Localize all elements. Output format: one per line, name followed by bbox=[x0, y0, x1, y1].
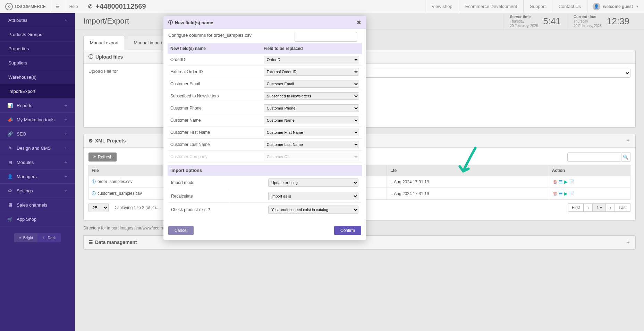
field-replace-select[interactable]: External Order ID bbox=[264, 68, 359, 76]
field-mapping-row: OrderIDOrderID bbox=[168, 54, 362, 66]
pager-page[interactable]: 1 ▾ bbox=[593, 203, 606, 212]
sidebar-item-design-and-cms[interactable]: ✎Design and CMS＋ bbox=[0, 141, 75, 155]
user-menu[interactable]: 👤 welcome guest ▼ bbox=[587, 0, 644, 13]
modal-filter-input[interactable] bbox=[295, 32, 357, 42]
theme-dark-button[interactable]: ☾ Dark bbox=[37, 233, 61, 242]
tab-manual-export[interactable]: Manual export bbox=[83, 36, 125, 50]
add-project-icon[interactable]: ＋ bbox=[626, 138, 630, 144]
field-mapping-row: Customer CompanyCustomer C... bbox=[168, 151, 362, 163]
support-link[interactable]: Support bbox=[523, 0, 552, 13]
field-replace-select[interactable]: Subscribed to Newsletters bbox=[264, 92, 359, 100]
field-replace-select[interactable]: Customer First Name bbox=[264, 129, 359, 136]
field-replace-select[interactable]: OrderID bbox=[264, 56, 359, 63]
logo-text: OSCOMMERCE bbox=[15, 4, 46, 9]
pager-prev[interactable]: ‹ bbox=[584, 203, 593, 212]
field-replace-select[interactable]: Customer C... bbox=[264, 153, 359, 160]
play-icon[interactable]: ▶ bbox=[564, 179, 568, 184]
sidebar-item-label: Attributes bbox=[8, 18, 63, 23]
delete-icon[interactable]: 🗑 bbox=[553, 179, 557, 184]
plus-icon: ＋ bbox=[63, 159, 68, 165]
menu-toggle-icon[interactable]: ☰ bbox=[51, 0, 64, 13]
sidebar-item-reports[interactable]: 📊Reports＋ bbox=[0, 98, 75, 113]
sidebar-item-suppliers[interactable]: Suppliers bbox=[0, 56, 75, 70]
menu-icon: 🛒 bbox=[7, 217, 13, 222]
file-icon: ⓘ bbox=[92, 179, 96, 184]
confirm-button[interactable]: Confirm bbox=[334, 226, 361, 235]
recalculate-select[interactable]: Import as is bbox=[268, 192, 358, 200]
col-replace-field: Field to be replaced bbox=[261, 43, 362, 54]
sidebar-item-modules[interactable]: ⊞Modules＋ bbox=[0, 155, 75, 169]
field-replace-select[interactable]: Customer Email bbox=[264, 80, 359, 88]
sidebar-item-import-export[interactable]: Import/Export bbox=[0, 84, 75, 98]
theme-bright-button[interactable]: ☀ Bright bbox=[14, 233, 37, 242]
server-time-block: Server time Thursday 20 February, 2025 5… bbox=[503, 13, 567, 29]
menu-icon: 📣 bbox=[7, 117, 13, 122]
plus-icon: ＋ bbox=[63, 173, 68, 180]
field-name: Subscribed to Newsletters bbox=[168, 90, 261, 102]
field-replace-select[interactable]: Customer Last Name bbox=[264, 141, 359, 148]
pager-next[interactable]: › bbox=[606, 203, 615, 212]
logo[interactable]: ⟲ OSCOMMERCE bbox=[0, 3, 51, 10]
field-name: External Order ID bbox=[168, 66, 261, 78]
field-name: Customer Company bbox=[168, 151, 261, 163]
field-mapping-row: Customer Last NameCustomer Last Name bbox=[168, 139, 362, 151]
sidebar-item-label: Design and CMS bbox=[17, 146, 63, 151]
cancel-button[interactable]: Cancel bbox=[168, 226, 194, 235]
list-icon[interactable]: ☰ bbox=[559, 191, 563, 196]
field-replace-select[interactable]: Customer Phone bbox=[264, 104, 359, 112]
help-link[interactable]: Help bbox=[64, 4, 83, 9]
sidebar-item-sales-channels[interactable]: 🖥Sales channels bbox=[0, 198, 75, 212]
file-name: order_samples.csv bbox=[98, 179, 133, 184]
refresh-button[interactable]: ⟳ Refresh bbox=[88, 153, 117, 162]
field-name: Customer Last Name bbox=[168, 139, 261, 151]
sidebar-item-label: Reports bbox=[17, 103, 63, 108]
contact-link[interactable]: Contact Us bbox=[552, 0, 587, 13]
phone-number: ✆ +448000112569 bbox=[83, 2, 151, 10]
sidebar-item-settings[interactable]: ⚙Settings＋ bbox=[0, 184, 75, 198]
sidebar-item-products-groups[interactable]: Products Groups bbox=[0, 27, 75, 42]
sidebar-item-managers[interactable]: 👤Managers＋ bbox=[0, 169, 75, 184]
menu-icon: 👤 bbox=[7, 174, 13, 179]
add-data-icon[interactable]: ＋ bbox=[626, 239, 630, 245]
document-icon[interactable]: 📄 bbox=[569, 179, 575, 184]
plus-icon: ＋ bbox=[63, 131, 68, 137]
new-fields-modal: ⓘ New field(s) name ✖ Configure columns … bbox=[163, 16, 366, 240]
view-shop-link[interactable]: View shop bbox=[425, 0, 459, 13]
ecommerce-dev-link[interactable]: Ecommerce Development bbox=[459, 0, 524, 13]
sidebar-item-attributes[interactable]: Attributes＋ bbox=[0, 13, 75, 27]
file-icon: ⓘ bbox=[92, 191, 96, 196]
user-name: welcome guest bbox=[603, 4, 633, 9]
list-icon[interactable]: ☰ bbox=[559, 179, 563, 184]
field-mapping-row: Customer EmailCustomer Email bbox=[168, 78, 362, 90]
plus-icon: ＋ bbox=[63, 116, 68, 123]
tab-manual-import[interactable]: Manual import bbox=[127, 36, 169, 50]
theme-toggle[interactable]: ☀ Bright ☾ Dark bbox=[14, 233, 61, 242]
close-icon[interactable]: ✖ bbox=[357, 19, 361, 26]
sidebar-item-seo[interactable]: 🔗SEO＋ bbox=[0, 127, 75, 141]
delete-icon[interactable]: 🗑 bbox=[553, 191, 557, 196]
pager-last[interactable]: Last bbox=[615, 203, 630, 212]
sidebar-item-my-marketing-tools[interactable]: 📣My Marketing tools＋ bbox=[0, 113, 75, 127]
page-size-select[interactable]: 25 bbox=[88, 203, 109, 212]
sidebar-item-label: Import/Export bbox=[8, 89, 68, 94]
sidebar-item-properties[interactable]: Properties bbox=[0, 42, 75, 56]
document-icon[interactable]: 📄 bbox=[569, 191, 575, 196]
import-mode-select[interactable]: Update existing bbox=[268, 178, 358, 187]
sidebar-item-app-shop[interactable]: 🛒App Shop bbox=[0, 212, 75, 226]
plus-icon: ＋ bbox=[63, 188, 68, 194]
field-name: Customer Name bbox=[168, 114, 261, 127]
search-input[interactable] bbox=[567, 153, 621, 162]
menu-icon: 📊 bbox=[7, 103, 13, 108]
sidebar-item-warehouse-s-[interactable]: Warehouse(s) bbox=[0, 70, 75, 84]
check-product-select[interactable]: Yes, product need exist in catalog bbox=[268, 206, 358, 214]
info-icon: ⓘ bbox=[88, 54, 93, 60]
field-mapping-row: Customer First NameCustomer First Name bbox=[168, 127, 362, 139]
sidebar-item-label: Managers bbox=[17, 174, 63, 179]
pager-first[interactable]: First bbox=[568, 203, 584, 212]
sidebar-item-label: Suppliers bbox=[8, 60, 68, 66]
import-mode-label: Import mode bbox=[168, 176, 229, 189]
sidebar-item-label: Warehouse(s) bbox=[8, 75, 68, 80]
field-replace-select[interactable]: Customer Name bbox=[264, 116, 359, 124]
search-button[interactable]: 🔍 bbox=[621, 153, 630, 162]
play-icon[interactable]: ▶ bbox=[564, 191, 568, 196]
